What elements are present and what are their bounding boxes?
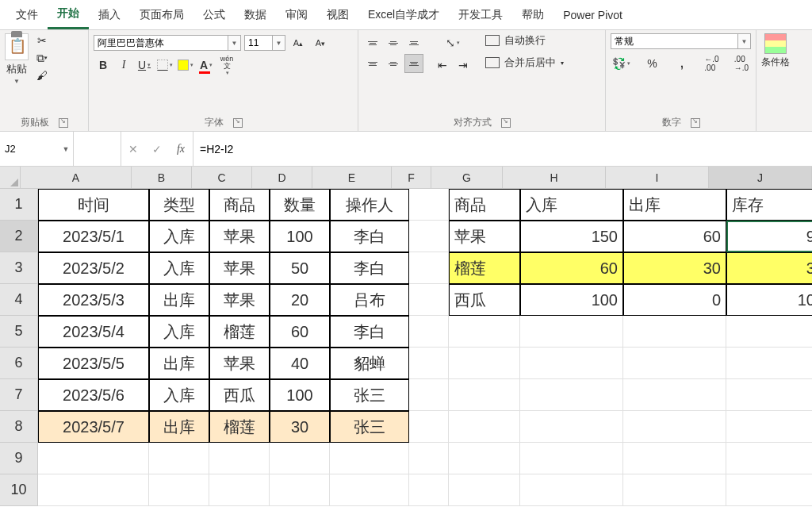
number-dialog-launcher[interactable] — [691, 118, 700, 128]
cell-F4[interactable] — [409, 284, 449, 316]
cell-H2[interactable]: 150 — [520, 221, 623, 252]
cell-E4[interactable]: 吕布 — [330, 284, 409, 316]
cell-H5[interactable] — [520, 316, 623, 348]
chevron-down-icon[interactable]: ▼ — [59, 145, 73, 153]
cell-A6[interactable]: 2023/5/5 — [38, 348, 149, 379]
cell-C3[interactable]: 苹果 — [209, 252, 270, 284]
font-dialog-launcher[interactable] — [233, 118, 243, 128]
cell-J8[interactable] — [726, 411, 812, 443]
format-painter-icon[interactable]: 🖌 — [35, 68, 49, 83]
cell-I10[interactable] — [623, 474, 726, 506]
cell-F10[interactable] — [409, 474, 449, 506]
decrease-decimal-button[interactable]: .00→.0 — [732, 54, 751, 73]
decrease-indent-button[interactable]: ⇤ — [433, 56, 452, 75]
font-name-combo[interactable]: ▼ — [94, 35, 241, 51]
row-header-10[interactable]: 10 — [0, 474, 38, 506]
cell-H10[interactable] — [520, 474, 623, 506]
cell-F9[interactable] — [409, 443, 449, 474]
cell-C5[interactable]: 榴莲 — [209, 316, 270, 348]
cell-J5[interactable] — [726, 316, 812, 348]
column-header-H[interactable]: H — [503, 167, 606, 189]
row-header-4[interactable]: 4 — [0, 284, 38, 316]
orientation-button[interactable]: ⤡▾ — [433, 33, 473, 52]
cell-F7[interactable] — [409, 379, 449, 411]
cell-D2[interactable]: 100 — [270, 221, 330, 252]
menu-tab-页面布局[interactable]: 页面布局 — [130, 2, 193, 29]
cell-F6[interactable] — [409, 348, 449, 379]
cell-E6[interactable]: 貂蝉 — [330, 348, 409, 379]
row-header-7[interactable]: 7 — [0, 379, 38, 411]
cell-D10[interactable] — [270, 474, 330, 506]
cell-G6[interactable] — [449, 348, 520, 379]
cell-D8[interactable]: 30 — [270, 411, 330, 443]
border-button[interactable]: ▾ — [155, 56, 174, 75]
cell-C8[interactable]: 榴莲 — [209, 411, 270, 443]
cell-E5[interactable]: 李白 — [330, 316, 409, 348]
cell-C2[interactable]: 苹果 — [209, 221, 270, 252]
underline-button[interactable]: U▾ — [135, 56, 154, 75]
align-center-button[interactable] — [384, 54, 403, 73]
cell-grid[interactable]: 时间类型商品数量操作人商品入库出库库存2023/5/1入库苹果100李白苹果15… — [38, 189, 812, 506]
cell-B3[interactable]: 入库 — [149, 252, 209, 284]
column-header-E[interactable]: E — [312, 167, 392, 189]
cell-A8[interactable]: 2023/5/7 — [38, 411, 149, 443]
conditional-formatting-button[interactable]: 条件格 — [761, 33, 790, 69]
menu-tab-文件[interactable]: 文件 — [6, 2, 48, 29]
accounting-format-button[interactable]: 💱▾ — [611, 54, 632, 73]
cell-B9[interactable] — [149, 443, 209, 474]
cell-B5[interactable]: 入库 — [149, 316, 209, 348]
cell-B6[interactable]: 出库 — [149, 348, 209, 379]
cell-E1[interactable]: 操作人 — [330, 189, 409, 221]
formula-input[interactable] — [193, 132, 812, 166]
cell-I2[interactable]: 60 — [623, 221, 726, 252]
chevron-down-icon[interactable]: ▼ — [273, 35, 285, 51]
increase-decimal-button[interactable]: ←.0.00 — [703, 54, 722, 73]
cell-I1[interactable]: 出库 — [623, 189, 726, 221]
cell-G1[interactable]: 商品 — [449, 189, 520, 221]
bold-button[interactable]: B — [94, 56, 113, 75]
cell-C1[interactable]: 商品 — [209, 189, 270, 221]
menu-tab-开发工具[interactable]: 开发工具 — [449, 2, 512, 29]
cell-F8[interactable] — [409, 411, 449, 443]
cell-H7[interactable] — [520, 379, 623, 411]
cell-J3[interactable]: 30 — [726, 252, 812, 284]
cell-G7[interactable] — [449, 379, 520, 411]
cell-C9[interactable] — [209, 443, 270, 474]
cell-B1[interactable]: 类型 — [149, 189, 209, 221]
cell-D5[interactable]: 60 — [270, 316, 330, 348]
cell-G4[interactable]: 西瓜 — [449, 284, 520, 316]
cell-A1[interactable]: 时间 — [38, 189, 149, 221]
cell-G3[interactable]: 榴莲 — [449, 252, 520, 284]
row-header-5[interactable]: 5 — [0, 316, 38, 348]
number-format-input[interactable] — [611, 33, 738, 49]
column-header-B[interactable]: B — [132, 167, 192, 189]
cell-G5[interactable] — [449, 316, 520, 348]
cell-I4[interactable]: 0 — [623, 284, 726, 316]
menu-tab-Excel自学成才[interactable]: Excel自学成才 — [358, 2, 449, 29]
font-size-combo[interactable]: ▼ — [244, 35, 285, 51]
menu-tab-开始[interactable]: 开始 — [48, 0, 89, 29]
align-left-button[interactable] — [363, 54, 382, 73]
cell-B4[interactable]: 出库 — [149, 284, 209, 316]
row-header-3[interactable]: 3 — [0, 252, 38, 284]
cell-I8[interactable] — [623, 411, 726, 443]
merge-center-button[interactable]: 合并后居中 ▾ — [485, 56, 564, 70]
phonetic-button[interactable]: wén文▾ — [217, 56, 236, 75]
cell-J4[interactable]: 100 — [726, 284, 812, 316]
font-name-input[interactable] — [94, 35, 228, 51]
cell-H9[interactable] — [520, 443, 623, 474]
cut-icon[interactable]: ✂ — [35, 33, 49, 48]
cell-H4[interactable]: 100 — [520, 284, 623, 316]
cell-E9[interactable] — [330, 443, 409, 474]
column-header-G[interactable]: G — [431, 167, 503, 189]
wrap-text-button[interactable]: 自动换行 — [485, 33, 564, 48]
align-top-button[interactable] — [363, 33, 382, 52]
cell-I3[interactable]: 30 — [623, 252, 726, 284]
cell-G2[interactable]: 苹果 — [449, 221, 520, 252]
cell-B2[interactable]: 入库 — [149, 221, 209, 252]
insert-function-button[interactable]: fx — [169, 143, 193, 156]
cell-E7[interactable]: 张三 — [330, 379, 409, 411]
alignment-dialog-launcher[interactable] — [501, 118, 511, 128]
cell-D4[interactable]: 20 — [270, 284, 330, 316]
cell-F3[interactable] — [409, 252, 449, 284]
